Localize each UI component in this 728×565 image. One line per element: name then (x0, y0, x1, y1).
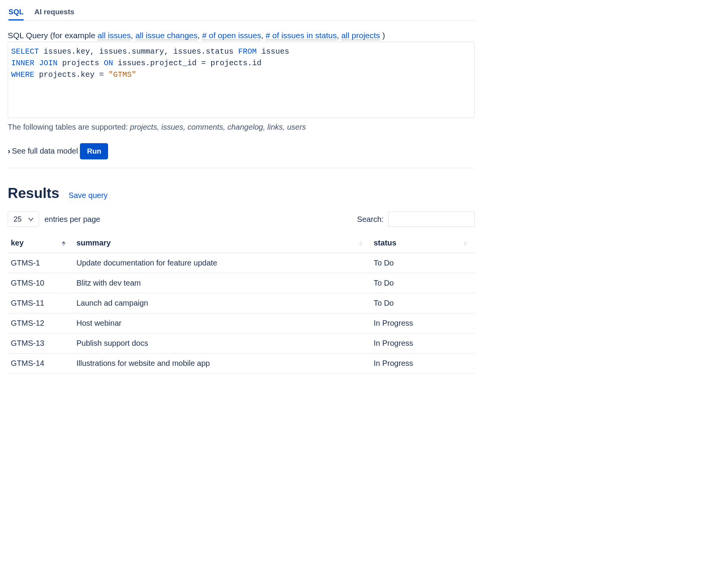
example-link[interactable]: all projects (341, 31, 380, 40)
search-input[interactable] (388, 211, 475, 227)
entries-per-page-label: entries per page (44, 215, 100, 224)
run-button[interactable]: Run (80, 143, 108, 159)
column-header-key[interactable]: key (8, 235, 73, 253)
search-label: Search: (357, 215, 384, 224)
tab-sql[interactable]: SQL (8, 8, 24, 20)
results-heading: Results (8, 185, 59, 201)
cell-status: In Progress (371, 354, 475, 374)
cell-key: GTMS-12 (8, 313, 73, 333)
chevron-down-icon (29, 215, 33, 223)
cell-summary: Update documentation for feature update (73, 253, 371, 273)
column-header-summary-label: summary (76, 239, 111, 247)
tab-bar: SQL AI requests (8, 8, 475, 21)
example-link[interactable]: # of open issues (202, 31, 261, 40)
cell-key: GTMS-14 (8, 354, 73, 374)
table-row: GTMS-1Update documentation for feature u… (8, 253, 475, 273)
column-header-status-label: status (374, 239, 396, 247)
table-row: GTMS-12Host webinarIn Progress (8, 313, 475, 333)
column-header-key-label: key (11, 239, 24, 247)
table-row: GTMS-14Illustrations for website and mob… (8, 354, 475, 374)
cell-summary: Blitz with dev team (73, 273, 371, 293)
sql-editor[interactable]: SELECT issues.key, issues.summary, issue… (8, 42, 475, 118)
sort-icon (463, 241, 467, 246)
sql-query-label-suffix: ) (380, 31, 385, 40)
example-link[interactable]: # of issues in status (266, 31, 337, 40)
supported-tables-note: The following tables are supported: proj… (8, 123, 475, 132)
cell-key: GTMS-13 (8, 333, 73, 354)
cell-status: In Progress (371, 333, 475, 354)
entries-per-page-select[interactable]: 25 (8, 211, 39, 227)
example-link[interactable]: all issues (98, 31, 131, 40)
column-header-status[interactable]: status (371, 235, 475, 253)
table-row: GTMS-13Publish support docsIn Progress (8, 333, 475, 354)
cell-key: GTMS-11 (8, 293, 73, 313)
cell-summary: Host webinar (73, 313, 371, 333)
supported-tables-prefix: The following tables are supported: (8, 123, 130, 131)
entries-per-page-value: 25 (14, 215, 22, 223)
cell-summary: Publish support docs (73, 333, 371, 354)
chevron-right-icon: › (8, 147, 10, 156)
cell-summary: Launch ad campaign (73, 293, 371, 313)
example-links-container: all issues, all issue changes, # of open… (98, 31, 380, 40)
cell-status: To Do (371, 293, 475, 313)
sort-icon (62, 241, 66, 246)
sort-icon (359, 241, 363, 246)
see-full-data-model-label: See full data model (12, 147, 78, 156)
table-row: GTMS-11Launch ad campaignTo Do (8, 293, 475, 313)
column-header-summary[interactable]: summary (73, 235, 371, 253)
cell-status: In Progress (371, 313, 475, 333)
section-divider (8, 168, 475, 168)
sql-query-label-prefix: SQL Query (for example (8, 31, 98, 40)
cell-status: To Do (371, 253, 475, 273)
example-link[interactable]: all issue changes (135, 31, 198, 40)
cell-summary: Illustrations for website and mobile app (73, 354, 371, 374)
cell-key: GTMS-10 (8, 273, 73, 293)
results-table: key summary status GTMS-1Update document… (8, 235, 475, 374)
tab-ai-requests[interactable]: AI requests (34, 8, 74, 20)
sql-query-label: SQL Query (for example all issues, all i… (8, 31, 475, 40)
see-full-data-model-link[interactable]: › See full data model (8, 147, 78, 156)
save-query-link[interactable]: Save query (69, 191, 108, 200)
table-row: GTMS-10Blitz with dev teamTo Do (8, 273, 475, 293)
cell-status: To Do (371, 273, 475, 293)
cell-key: GTMS-1 (8, 253, 73, 273)
supported-tables-list: projects, issues, comments, changelog, l… (130, 123, 306, 131)
